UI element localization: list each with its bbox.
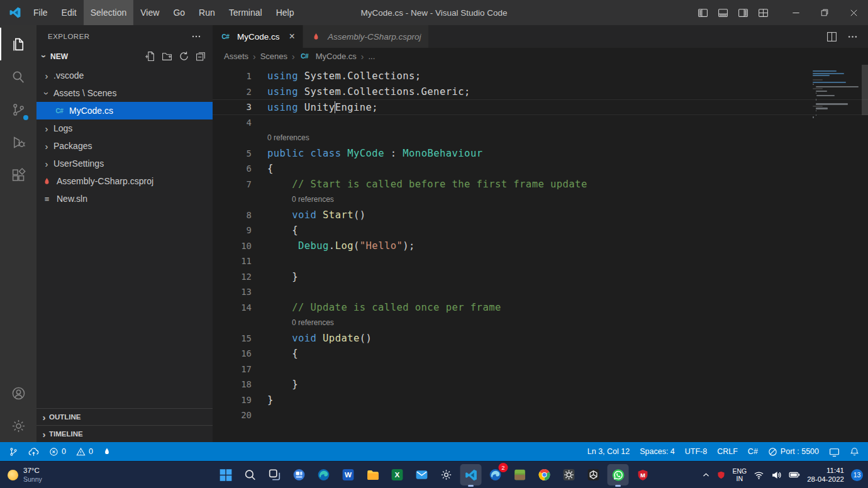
toggle-secondary-sidebar-icon[interactable] <box>738 8 748 18</box>
code-line-12[interactable]: 12 } <box>213 269 868 285</box>
taskbar-start[interactable] <box>215 464 236 485</box>
taskbar-edge[interactable] <box>313 464 335 485</box>
warnings-count[interactable]: 0 <box>71 442 98 461</box>
code-line-6[interactable]: 6{ <box>213 161 868 177</box>
new-folder-icon[interactable] <box>162 51 172 62</box>
code-line-13[interactable]: 13 <box>213 284 868 300</box>
explorer-item-usersettings[interactable]: ›UserSettings <box>36 155 213 172</box>
activity-search[interactable] <box>0 60 36 93</box>
taskbar-chrome[interactable] <box>534 464 555 485</box>
activity-extensions[interactable] <box>0 158 36 191</box>
code-line-3[interactable]: 3using UnityEngine; <box>213 99 868 115</box>
taskbar-task-view[interactable] <box>264 464 286 485</box>
minimize-button[interactable] <box>781 0 810 25</box>
activity-source-control[interactable] <box>0 93 36 126</box>
taskbar-file-explorer[interactable] <box>362 464 384 485</box>
menu-edit[interactable]: Edit <box>55 0 84 25</box>
section-outline[interactable]: ›OUTLINE <box>36 408 213 425</box>
clock[interactable]: 11:41 28-04-2022 <box>807 466 844 484</box>
activity-run-debug[interactable] <box>0 126 36 158</box>
more-actions-icon[interactable] <box>847 31 858 42</box>
explorer-item-mycode.cs[interactable]: C#MyCode.cs <box>36 102 213 119</box>
breadcrumb-item-mycode.cs[interactable]: C#MyCode.cs <box>299 52 357 61</box>
volume-icon[interactable] <box>771 470 782 480</box>
tab-assembly-csharp.csproj[interactable]: Assembly-CSharp.csproj <box>303 25 430 48</box>
code-line-1[interactable]: 1using System.Collections; <box>213 69 868 84</box>
explorer-item-new.sln[interactable]: ≡New.sln <box>36 190 213 208</box>
code-line-17[interactable]: 17 <box>213 362 868 377</box>
explorer-item-assets-scenes[interactable]: ›Assets \ Scenes <box>36 84 213 102</box>
code-line-14[interactable]: 14 // Update is called once per frame <box>213 300 868 316</box>
menu-view[interactable]: View <box>133 0 166 25</box>
source-control-status[interactable] <box>4 442 23 461</box>
explorer-item-assembly-csharp.csproj[interactable]: Assembly-CSharp.csproj <box>36 172 213 190</box>
taskbar-mail[interactable] <box>411 464 433 485</box>
code-line-11[interactable]: 11 <box>213 253 868 269</box>
errors-count[interactable]: 0 <box>44 442 71 461</box>
new-file-icon[interactable] <box>145 51 155 62</box>
explorer-item-logs[interactable]: ›Logs <box>36 119 213 137</box>
battery-icon[interactable] <box>789 469 800 480</box>
menu-selection[interactable]: Selection <box>84 0 134 25</box>
code-lens[interactable]: 0 references <box>213 315 868 331</box>
explorer-item-packages[interactable]: ›Packages <box>36 137 213 155</box>
taskbar-search[interactable] <box>240 464 261 485</box>
code-line-18[interactable]: 18 } <box>213 377 868 392</box>
end-of-line[interactable]: CRLF <box>712 442 743 461</box>
menu-file[interactable]: File <box>26 0 55 25</box>
taskbar-edge-dev[interactable]: 2 <box>485 464 506 485</box>
notifications[interactable] <box>845 442 864 461</box>
close-button[interactable] <box>839 0 868 25</box>
taskbar-whatsapp[interactable] <box>608 464 629 485</box>
taskbar-minecraft[interactable] <box>509 464 531 485</box>
taskbar-widgets[interactable] <box>289 464 310 485</box>
breadcrumb-item-...[interactable]: ... <box>368 52 375 61</box>
taskbar-vscode[interactable] <box>460 464 482 485</box>
explorer-item-.vscode[interactable]: ›.vscode <box>36 67 213 84</box>
menu-run[interactable]: Run <box>192 0 222 25</box>
flame-status[interactable] <box>98 442 116 461</box>
code-line-19[interactable]: 19} <box>213 392 868 408</box>
activity-settings[interactable] <box>0 409 36 442</box>
taskbar-antivirus[interactable]: M <box>632 464 654 485</box>
code-line-7[interactable]: 7 // Start is called before the first fr… <box>213 177 868 192</box>
chevron-up-icon[interactable] <box>702 471 710 479</box>
taskbar-word[interactable]: W <box>338 464 359 485</box>
notification-count-badge[interactable]: 13 <box>851 469 863 481</box>
code-line-9[interactable]: 9 { <box>213 223 868 238</box>
explorer-section-header[interactable]: › NEW <box>36 48 213 65</box>
code-line-2[interactable]: 2using System.Collections.Generic; <box>213 84 868 100</box>
publish-status[interactable] <box>23 442 44 461</box>
language-mode[interactable]: C# <box>743 442 763 461</box>
live-server-port[interactable]: Port : 5500 <box>763 442 824 461</box>
encoding[interactable]: UTF-8 <box>680 442 712 461</box>
taskbar-unity[interactable] <box>583 464 604 485</box>
antivirus-tray-icon[interactable] <box>717 471 725 479</box>
code-line-10[interactable]: 10 Debug.Log("Hello"); <box>213 238 868 254</box>
split-editor-icon[interactable] <box>826 31 837 42</box>
code-line-15[interactable]: 15 void Update() <box>213 331 868 347</box>
cursor-position[interactable]: Ln 3, Col 12 <box>582 442 635 461</box>
close-tab-icon[interactable]: × <box>289 31 295 42</box>
editor-scrollbar[interactable] <box>862 65 868 115</box>
menu-go[interactable]: Go <box>166 0 192 25</box>
code-line-4[interactable]: 4 <box>213 115 868 131</box>
code-line-8[interactable]: 8 void Start() <box>213 208 868 223</box>
code-lens[interactable]: 0 references <box>213 192 868 208</box>
breadcrumb-item-assets[interactable]: Assets <box>224 52 248 61</box>
code-line-20[interactable]: 20 <box>213 408 868 423</box>
breadcrumb-item-scenes[interactable]: Scenes <box>260 52 287 61</box>
minimap[interactable] <box>813 70 859 121</box>
code-line-5[interactable]: 5public class MyCode : MonoBehaviour <box>213 146 868 162</box>
menu-help[interactable]: Help <box>269 0 301 25</box>
explorer-more-actions-icon[interactable] <box>191 31 201 42</box>
weather-widget[interactable]: 37°C Sunny <box>8 462 42 488</box>
activity-account[interactable] <box>0 377 36 409</box>
customize-layout-icon[interactable] <box>758 8 769 18</box>
wifi-icon[interactable] <box>754 470 764 480</box>
taskbar-unity-hub[interactable] <box>559 464 580 485</box>
section-timeline[interactable]: ›TIMELINE <box>36 425 213 442</box>
tab-mycode.cs[interactable]: C#MyCode.cs× <box>213 25 303 48</box>
code-lens[interactable]: 0 references <box>213 130 868 146</box>
taskbar-excel[interactable]: X <box>387 464 408 485</box>
